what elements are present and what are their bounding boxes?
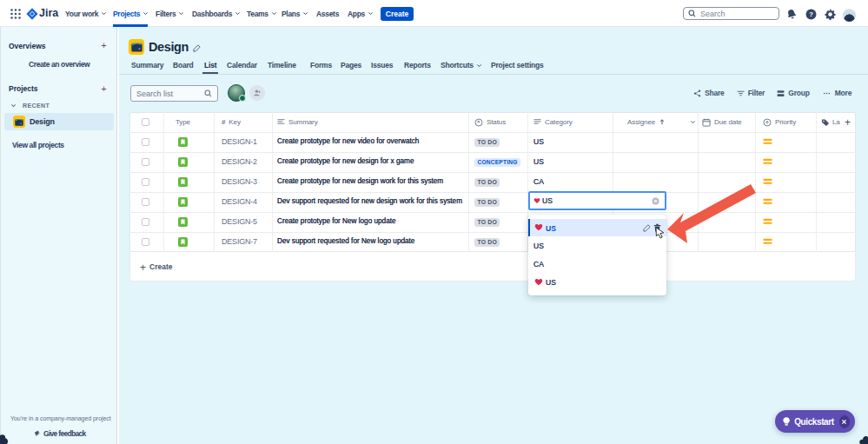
svg-text:?: ? — [809, 10, 813, 18]
